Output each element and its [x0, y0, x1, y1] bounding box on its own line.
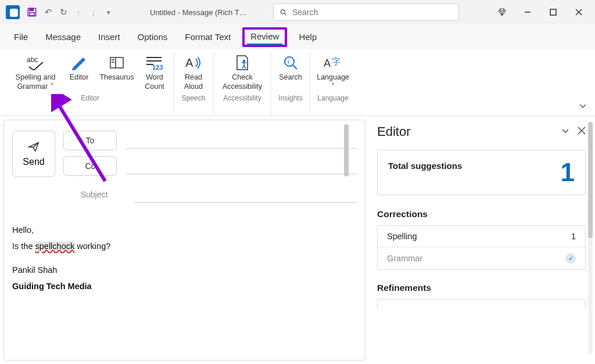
thesaurus-icon: [108, 53, 126, 72]
check-accessibility-button[interactable]: Check Accessibility: [216, 52, 268, 93]
ribbon-group-language: A字 Language ˅ Language: [310, 52, 356, 116]
search-icon: [279, 8, 288, 17]
insights-search-label: Search: [279, 73, 302, 93]
tab-format-text[interactable]: Format Text: [179, 28, 236, 45]
accessibility-icon: [234, 53, 250, 72]
editor-icon: [70, 53, 88, 72]
thesaurus-button[interactable]: Thesaurus: [96, 52, 137, 93]
wordcount-button[interactable]: 123 Word Count: [138, 52, 171, 93]
thesaurus-label: Thesaurus: [99, 73, 134, 93]
body-line1: Hello,: [12, 222, 357, 239]
signature-company: Guiding Tech Media: [12, 279, 357, 295]
undo-button[interactable]: ↶: [41, 5, 56, 20]
svg-point-18: [285, 57, 294, 66]
up-arrow-button[interactable]: ↑: [71, 5, 86, 20]
group-label-accessibility: Accessibility: [223, 93, 261, 104]
tab-message[interactable]: Message: [40, 28, 87, 45]
spelling-grammar-label: Spelling and Grammar ˅: [10, 73, 60, 93]
svg-rect-2: [30, 13, 34, 16]
search-input[interactable]: [292, 8, 453, 17]
svg-point-3: [281, 9, 285, 13]
body-line2b: working?: [74, 242, 110, 251]
ribbon-tabs: File Message Insert Options Format Text …: [0, 24, 595, 50]
premium-icon[interactable]: [493, 3, 511, 21]
editor-label: Editor: [70, 73, 89, 93]
subject-label: Subject: [63, 190, 125, 199]
corrections-heading: Corrections: [377, 209, 586, 219]
grammar-check-icon: ✓: [565, 253, 576, 264]
check-accessibility-label: Check Accessibility: [217, 73, 267, 93]
grammar-row[interactable]: Grammar ✓: [378, 247, 585, 269]
ribbon-collapse-chevron[interactable]: [579, 102, 587, 112]
body-line2a: Is the: [12, 242, 35, 251]
spelling-row-label: Spelling: [387, 232, 417, 241]
group-label-language: Language: [317, 93, 348, 104]
send-icon: [27, 140, 40, 153]
tab-file[interactable]: File: [8, 28, 34, 45]
compose-pane: Send To Cc Subject Hello, Is th: [3, 120, 365, 361]
svg-line-19: [293, 65, 297, 69]
editor-scrollbar[interactable]: [588, 122, 593, 354]
spelling-row-count: 1: [571, 232, 576, 241]
qat-dropdown[interactable]: ▾: [101, 5, 116, 20]
send-label: Send: [23, 157, 44, 167]
ribbon-group-accessibility: Check Accessibility Accessibility: [214, 52, 271, 116]
spelling-icon: abc: [26, 53, 45, 72]
refinements-heading: Refinements: [377, 283, 586, 293]
minimize-button[interactable]: [515, 3, 540, 21]
ribbon-group-speech: A Read Aloud Speech: [174, 52, 214, 116]
svg-text:A: A: [324, 57, 331, 69]
scrollbar-thumb[interactable]: [588, 122, 593, 238]
refinements-list: [377, 299, 586, 308]
svg-text:123: 123: [152, 64, 163, 70]
tab-insert[interactable]: Insert: [92, 28, 126, 45]
editor-pane-title: Editor: [377, 124, 410, 139]
search-tool-icon: i: [283, 53, 298, 72]
corrections-list: Spelling 1 Grammar ✓: [377, 225, 586, 270]
tab-help[interactable]: Help: [293, 28, 322, 45]
outlook-app-icon: [6, 5, 20, 19]
send-button[interactable]: Send: [12, 131, 55, 177]
to-input[interactable]: [125, 132, 357, 149]
svg-text:i: i: [288, 58, 289, 65]
misspelled-word[interactable]: spellchock: [35, 242, 75, 251]
svg-rect-6: [550, 9, 556, 15]
svg-text:A: A: [185, 56, 193, 69]
spelling-grammar-button[interactable]: abc Spelling and Grammar ˅: [9, 52, 62, 93]
readaloud-icon: A: [184, 53, 203, 72]
svg-rect-1: [30, 8, 34, 10]
cc-button[interactable]: Cc: [63, 156, 117, 176]
language-label: Language ˅: [314, 73, 352, 93]
language-button[interactable]: A字 Language ˅: [313, 52, 353, 93]
editor-collapse-chevron[interactable]: [561, 127, 569, 137]
insights-search-button[interactable]: i Search: [274, 52, 307, 93]
cc-input[interactable]: [125, 158, 357, 174]
search-box[interactable]: [273, 3, 459, 21]
language-icon: A字: [324, 53, 342, 72]
close-button[interactable]: [566, 3, 592, 21]
save-button[interactable]: [26, 6, 38, 19]
window-title: Untitled - Message (Rich T…: [150, 8, 247, 17]
tab-options[interactable]: Options: [132, 28, 174, 45]
total-suggestions-count: 1: [561, 160, 575, 185]
editor-button[interactable]: Editor: [63, 52, 95, 93]
svg-text:字: 字: [332, 56, 340, 66]
ribbon: abc Spelling and Grammar ˅ Editor Thesau…: [0, 50, 595, 116]
group-label-editor: Editor: [81, 93, 99, 104]
down-arrow-button[interactable]: ↓: [86, 5, 101, 20]
read-aloud-button[interactable]: A Read Aloud: [176, 52, 211, 93]
editor-close-button[interactable]: [578, 127, 586, 137]
subject-input[interactable]: [133, 186, 357, 203]
tab-review[interactable]: Review: [242, 27, 287, 47]
signature-name: Pankil Shah: [12, 262, 357, 279]
to-button[interactable]: To: [63, 131, 117, 150]
spelling-row[interactable]: Spelling 1: [378, 226, 585, 247]
redo-button[interactable]: ↻: [56, 5, 71, 20]
total-suggestions-card[interactable]: Total suggestions 1: [377, 150, 586, 195]
maximize-button[interactable]: [540, 3, 566, 21]
total-suggestions-label: Total suggestions: [388, 160, 462, 171]
message-body[interactable]: Hello, Is the spellchock working? Pankil…: [12, 222, 357, 294]
read-aloud-label: Read Aloud: [177, 73, 210, 93]
content-area: Send To Cc Subject Hello, Is th: [0, 116, 595, 364]
compose-scrollbar[interactable]: [344, 124, 349, 176]
